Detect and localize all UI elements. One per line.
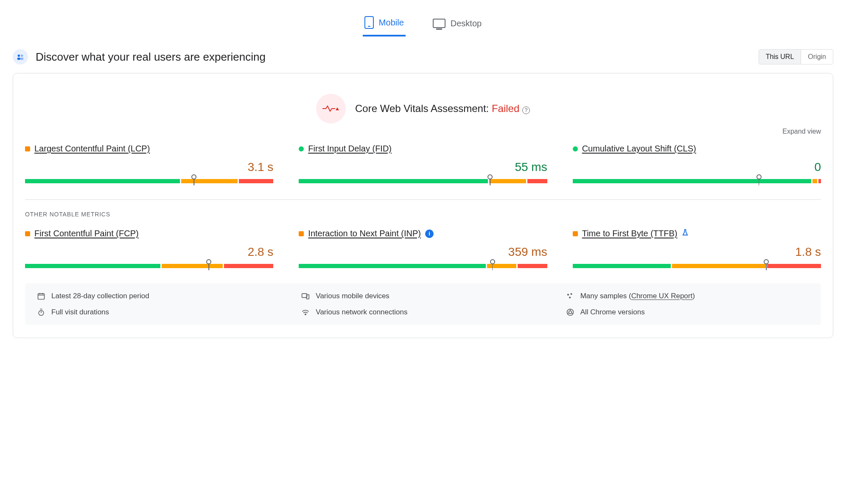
page-title: Discover what your real users are experi…	[36, 50, 266, 64]
percentile-marker	[490, 259, 495, 264]
bar-segment-o	[487, 264, 517, 268]
svg-rect-3	[20, 58, 23, 60]
svg-point-1	[21, 55, 23, 57]
metric-value: 359 ms	[299, 245, 547, 259]
expand-view-button[interactable]: Expand view	[25, 128, 821, 135]
distribution-bar	[25, 179, 273, 183]
device-tabs: Mobile Desktop	[13, 13, 833, 36]
metric-name-link[interactable]: Largest Contentful Paint (LCP)	[34, 144, 150, 154]
assessment-text: Core Web Vitals Assessment: Failed ?	[355, 103, 530, 115]
bar-segment-o	[672, 264, 765, 268]
tab-mobile[interactable]: Mobile	[363, 13, 406, 36]
desktop-icon	[433, 19, 445, 28]
footer-network-text: Various network connections	[316, 308, 407, 316]
distribution-bar	[573, 264, 821, 268]
scatter-icon	[566, 292, 574, 300]
status-dot	[299, 146, 304, 151]
bar-segment-o	[812, 179, 818, 183]
metric-title-row: Largest Contentful Paint (LCP)	[25, 144, 273, 154]
distribution-bar	[299, 179, 547, 183]
footer-versions-text: All Chrome versions	[580, 308, 645, 316]
bar-segment-g	[25, 264, 160, 268]
metric-inp: Interaction to Next Paint (INP)i359 ms	[299, 229, 547, 268]
metric-title-row: First Contentful Paint (FCP)	[25, 229, 273, 238]
bar-segment-r	[518, 264, 547, 268]
metric-name-link[interactable]: Interaction to Next Paint (INP)	[308, 229, 421, 238]
footer-network: Various network connections	[301, 308, 544, 316]
info-icon[interactable]: i	[425, 230, 434, 238]
bar-segment-g	[25, 179, 180, 183]
header-row: Discover what your real users are experi…	[13, 49, 833, 64]
status-dot	[25, 146, 30, 151]
segment-this-url[interactable]: This URL	[759, 50, 801, 64]
divider	[25, 199, 821, 200]
footer-durations: Full visit durations	[37, 308, 280, 316]
metric-lcp: Largest Contentful Paint (LCP)3.1 s	[25, 144, 273, 183]
bar-segment-r	[818, 179, 821, 183]
metric-cls: Cumulative Layout Shift (CLS)0	[573, 144, 821, 183]
stopwatch-icon	[37, 308, 45, 316]
tab-desktop[interactable]: Desktop	[431, 13, 483, 36]
distribution-bar	[299, 264, 547, 268]
percentile-marker	[191, 174, 196, 179]
flask-icon	[681, 229, 689, 238]
other-metrics-label: OTHER NOTABLE METRICS	[25, 211, 821, 218]
metric-value: 1.8 s	[573, 245, 821, 259]
metric-value: 2.8 s	[25, 245, 273, 259]
help-icon[interactable]: ?	[522, 106, 530, 114]
assessment-fail-icon	[316, 94, 346, 123]
percentile-marker	[764, 259, 769, 264]
assessment-row: Core Web Vitals Assessment: Failed ?	[25, 94, 821, 123]
vitals-card: Core Web Vitals Assessment: Failed ? Exp…	[13, 73, 833, 338]
calendar-icon	[37, 292, 45, 300]
network-icon	[301, 308, 310, 316]
footer-samples-suffix: )	[692, 292, 695, 300]
metric-name-link[interactable]: Time to First Byte (TTFB)	[582, 229, 678, 238]
tab-desktop-label: Desktop	[451, 19, 482, 28]
footer-samples-prefix: Many samples (	[580, 292, 631, 300]
segment-origin[interactable]: Origin	[801, 50, 833, 64]
svg-point-0	[18, 55, 20, 57]
metric-title-row: Time to First Byte (TTFB)	[573, 229, 821, 238]
assessment-status: Failed	[492, 103, 519, 114]
metric-title-row: Cumulative Layout Shift (CLS)	[573, 144, 821, 154]
metric-fid: First Input Delay (FID)55 ms	[299, 144, 547, 183]
metric-name-link[interactable]: Cumulative Layout Shift (CLS)	[582, 144, 696, 154]
footer-durations-text: Full visit durations	[51, 308, 109, 316]
svg-point-9	[569, 297, 571, 298]
metric-fcp: First Contentful Paint (FCP)2.8 s	[25, 229, 273, 268]
distribution-bar	[573, 179, 821, 183]
metric-name-link[interactable]: First Contentful Paint (FCP)	[34, 229, 139, 238]
metric-name-link[interactable]: First Input Delay (FID)	[308, 144, 392, 154]
footer-period: Latest 28-day collection period	[37, 292, 280, 300]
bar-segment-o	[181, 179, 238, 183]
bar-segment-r	[527, 179, 547, 183]
metric-value: 0	[573, 160, 821, 174]
svg-point-13	[569, 311, 571, 314]
metric-value: 3.1 s	[25, 160, 273, 174]
svg-point-11	[305, 314, 306, 315]
footer-period-text: Latest 28-day collection period	[51, 292, 149, 300]
status-dot	[573, 231, 578, 236]
percentile-marker	[756, 174, 762, 179]
devices-icon	[301, 292, 310, 300]
svg-rect-4	[38, 294, 45, 299]
assessment-label: Core Web Vitals Assessment:	[355, 103, 489, 114]
metric-value: 55 ms	[299, 160, 547, 174]
footer-versions: All Chrome versions	[566, 308, 809, 316]
footer-samples: Many samples (Chrome UX Report)	[566, 292, 809, 300]
status-dot	[299, 231, 304, 236]
bar-segment-g	[573, 179, 811, 183]
chrome-ux-report-link[interactable]: Chrome UX Report	[631, 292, 693, 300]
bar-segment-g	[299, 179, 488, 183]
distribution-bar	[25, 264, 273, 268]
mobile-icon	[364, 16, 374, 29]
svg-rect-2	[17, 58, 20, 60]
bar-segment-o	[489, 179, 526, 183]
svg-rect-5	[302, 294, 307, 297]
chrome-icon	[566, 308, 574, 316]
bar-segment-r	[239, 179, 273, 183]
footer-devices-text: Various mobile devices	[316, 292, 389, 300]
footer-devices: Various mobile devices	[301, 292, 544, 300]
bar-segment-r	[767, 264, 821, 268]
